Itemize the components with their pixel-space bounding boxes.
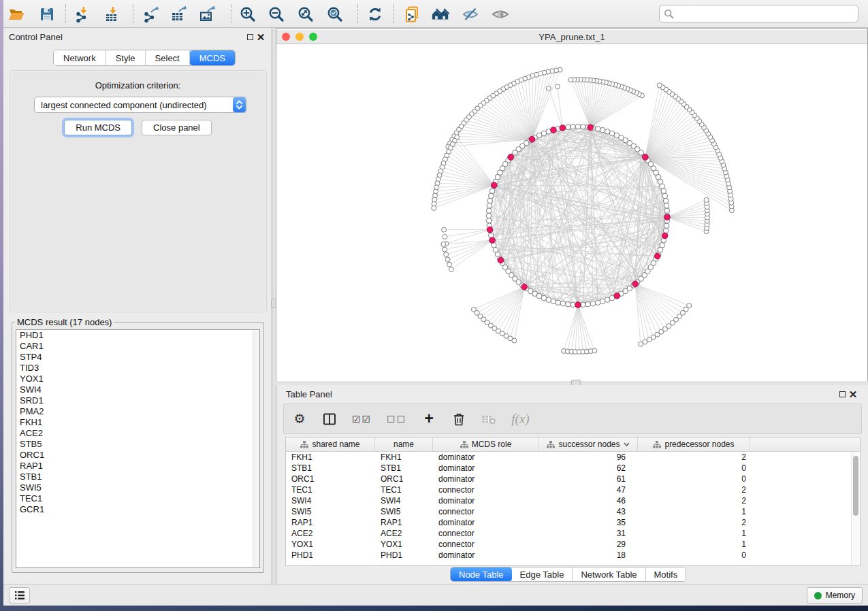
first-neighbors-button[interactable] [431,5,450,24]
delete-table-icon [481,413,496,425]
mcds-result-item[interactable]: SWI4 [16,384,259,395]
mcds-result-item[interactable]: CAR1 [16,341,259,352]
mcds-result-item[interactable]: PMA2 [16,406,259,417]
network-window-titlebar[interactable]: YPA_prune.txt_1 [276,30,867,44]
network-view-window: YPA_prune.txt_1 [276,28,868,381]
cell-shared-name: RAP1 [286,517,375,528]
mcds-result-item[interactable]: STB1 [16,472,259,482]
save-session-button[interactable] [37,5,57,24]
column-header-successor-nodes[interactable]: successor nodes [539,437,638,451]
mcds-result-item[interactable]: SWI5 [16,482,259,493]
zoom-out-button[interactable] [267,5,286,24]
cell-predecessor-nodes: 2 [638,452,750,463]
mcds-result-item[interactable]: ACE2 [16,428,259,439]
tab-network[interactable]: Network [54,50,106,65]
list-scrollbar-track[interactable] [253,331,259,567]
mcds-result-item[interactable]: TID3 [16,363,259,374]
mcds-result-item[interactable]: TEC1 [16,493,259,504]
criterion-value: largest connected component (undirected) [35,100,233,110]
mcds-result-item[interactable]: FKH1 [16,417,259,428]
search-box[interactable] [659,5,858,22]
memory-button[interactable]: Memory [807,587,863,604]
zoom-selected-button[interactable] [325,5,344,24]
export-network-button[interactable] [142,5,161,24]
table-row[interactable]: STB1STB1dominator620 [286,463,860,474]
import-network-button[interactable] [73,5,92,24]
mcds-result-item[interactable]: YOX1 [16,374,259,384]
function-builder-button[interactable]: f(x) [511,411,529,427]
mcds-result-item[interactable]: SRD1 [16,395,259,406]
column-header-name[interactable]: name [375,437,433,451]
criterion-select[interactable]: largest connected component (undirected) [34,97,247,113]
open-session-button[interactable] [7,5,26,24]
status-bar: Memory [3,584,868,606]
hide-selected-button[interactable] [461,5,480,24]
run-mcds-button[interactable]: Run MCDS [64,120,132,135]
optimization-criterion-label: Optimization criterion: [10,80,266,90]
new-network-from-selection-button[interactable] [402,5,421,24]
zoom-fit-button[interactable] [296,5,315,24]
table-tab-network-table[interactable]: Network Table [573,567,645,581]
mcds-result-item[interactable]: STP4 [16,352,259,363]
column-header-shared-name[interactable]: shared name [286,437,375,451]
close-panel-icon[interactable]: ✕ [848,389,858,400]
table-scrollbar[interactable] [851,452,859,565]
task-history-button[interactable] [9,587,30,604]
network-document-icon [403,5,421,23]
table-row[interactable]: ACE2ACE2connector311 [286,528,860,539]
cell-predecessor-nodes: 0 [638,550,750,561]
select-all-columns-button[interactable]: ☑☑ [352,411,372,427]
import-table-button[interactable] [102,5,121,24]
table-tab-node-table[interactable]: Node Table [451,567,512,581]
mcds-result-item[interactable]: STB5 [16,439,259,450]
table-row[interactable]: RAP1RAP1dominator352 [286,517,860,528]
create-column-button[interactable]: + [421,411,436,427]
close-panel-icon[interactable]: ✕ [255,32,266,43]
table-settings-button[interactable]: ⚙ [292,411,307,427]
mcds-result-item[interactable]: RAP1 [16,461,259,472]
export-image-button[interactable] [197,5,216,24]
cell-MCDS-role: connector [433,484,539,495]
show-all-button[interactable] [491,5,510,24]
network-graph[interactable] [276,44,867,380]
mcds-result-item[interactable]: PHD1 [16,330,259,341]
column-header-predecessor-nodes[interactable]: predecessor nodes [638,437,750,451]
column-header-MCDS-role[interactable]: MCDS role [433,437,539,451]
cell-predecessor-nodes: 1 [638,528,750,539]
cell-name: ACE2 [375,528,433,539]
split-view-button[interactable] [322,411,337,427]
tab-select[interactable]: Select [146,50,190,65]
zoom-selected-icon [326,5,344,23]
table-row[interactable]: TEC1TEC1connector472 [286,484,860,495]
delete-column-button[interactable] [451,411,466,427]
delete-table-button[interactable] [481,411,496,427]
table-row[interactable]: FKH1FKH1dominator962 [286,452,860,463]
cell-predecessor-nodes: 0 [638,474,750,484]
tab-style[interactable]: Style [106,50,146,65]
scrollbar-thumb[interactable] [853,456,858,516]
mcds-result-list[interactable]: PHD1CAR1STP4TID3YOX1SWI4SRD1PMA2FKH1ACE2… [16,329,260,568]
cell-MCDS-role: connector [433,528,539,539]
refresh-view-button[interactable] [366,5,385,24]
zoom-in-button[interactable] [238,5,257,24]
mcds-result-item[interactable]: GCR1 [16,504,259,515]
cell-successor-nodes: 62 [539,463,638,474]
cell-MCDS-role: dominator [433,550,539,561]
search-input[interactable] [677,9,858,19]
table-tab-edge-table[interactable]: Edge Table [512,567,573,581]
tab-mcds[interactable]: MCDS [190,50,235,65]
mcds-result-item[interactable]: ORC1 [16,450,259,461]
table-row[interactable]: SWI5SWI5connector431 [286,506,860,517]
table-row[interactable]: YOX1YOX1connector291 [286,539,860,550]
table-row[interactable]: ORC1ORC1dominator610 [286,474,860,484]
table-row[interactable]: SWI4SWI4dominator462 [286,495,860,506]
float-panel-icon[interactable] [244,32,255,43]
close-panel-button[interactable]: Close panel [142,120,212,135]
unselect-all-columns-button[interactable]: ☐☐ [387,411,406,427]
cell-shared-name: ACE2 [286,528,375,539]
export-table-button[interactable] [169,5,188,24]
float-panel-icon[interactable] [837,389,848,400]
table-row[interactable]: PHD1PHD1dominator180 [286,550,860,561]
toolbar-separator [357,4,358,23]
table-tab-motifs[interactable]: Motifs [646,567,686,581]
